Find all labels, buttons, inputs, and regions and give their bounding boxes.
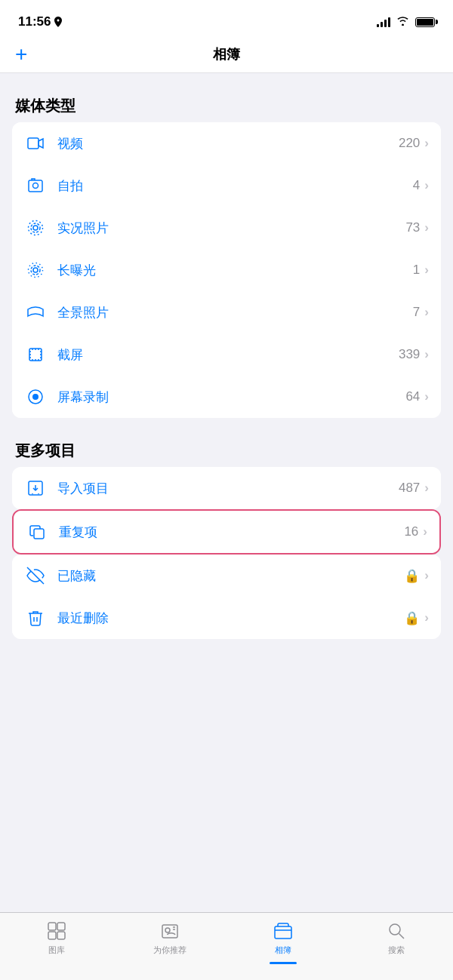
duplicate-count: 16 [404, 524, 418, 539]
video-count: 220 [399, 136, 420, 151]
list-item-screenshot[interactable]: 截屏 339 › [12, 333, 441, 376]
svg-point-4 [33, 226, 38, 230]
screenshot-chevron: › [424, 347, 429, 362]
svg-rect-17 [57, 923, 65, 930]
list-item-duplicate[interactable]: 重复项 16 › [14, 511, 439, 553]
svg-rect-14 [34, 529, 44, 539]
import-icon [24, 477, 47, 499]
svg-point-7 [33, 268, 38, 272]
albums-tab-icon [273, 920, 294, 942]
import-chevron: › [424, 481, 429, 496]
duplicate-label: 重复项 [59, 524, 404, 541]
more-section-list-after: 已隐藏 🔒 › 最近删除 🔒 › [12, 555, 441, 639]
tab-bar: 图库 为你推荐 相簿 [0, 912, 453, 980]
content: 媒体类型 视频 220 › [0, 96, 453, 714]
screenrecord-count: 64 [405, 389, 420, 404]
foryou-tab-label: 为你推荐 [153, 945, 186, 956]
media-section-list: 视频 220 › 自拍 4 › [12, 122, 441, 418]
tab-albums[interactable]: 相簿 [226, 920, 340, 964]
screenshot-icon [24, 343, 47, 366]
recentlydeleted-chevron: › [424, 610, 429, 625]
panorama-icon [24, 301, 47, 324]
list-item-hidden[interactable]: 已隐藏 🔒 › [12, 555, 441, 597]
live-icon [24, 217, 47, 239]
wifi-svg [396, 16, 409, 26]
import-count: 487 [399, 481, 420, 496]
recentlydeleted-label: 最近删除 [57, 610, 404, 627]
screenshot-count: 339 [399, 347, 420, 362]
svg-line-24 [399, 934, 405, 939]
panorama-chevron: › [424, 305, 429, 320]
svg-marker-1 [39, 139, 43, 148]
trash-icon [24, 607, 47, 629]
svg-point-3 [33, 183, 39, 189]
list-item-screenrecord[interactable]: 屏幕录制 64 › [12, 376, 441, 418]
screenrecord-chevron: › [424, 389, 429, 404]
selfie-count: 4 [413, 178, 420, 193]
list-item-live[interactable]: 实况照片 73 › [12, 207, 441, 249]
albums-active-bar [270, 962, 297, 964]
screenshot-label: 截屏 [57, 346, 399, 364]
svg-rect-2 [29, 180, 42, 192]
video-icon [24, 132, 47, 155]
longexposure-count: 1 [413, 263, 420, 278]
screenrecord-label: 屏幕录制 [57, 389, 405, 406]
wifi-icon [396, 16, 409, 28]
add-button[interactable]: + [15, 44, 27, 65]
svg-rect-18 [48, 932, 56, 939]
nav-title: 相簿 [213, 45, 240, 63]
selfie-chevron: › [424, 178, 429, 193]
panorama-label: 全景照片 [57, 304, 413, 321]
svg-rect-22 [275, 926, 291, 939]
media-section: 媒体类型 视频 220 › [0, 96, 453, 418]
svg-rect-16 [48, 923, 56, 930]
foryou-tab-icon [159, 920, 180, 942]
selfie-icon [24, 174, 47, 197]
list-item-video[interactable]: 视频 220 › [12, 122, 441, 164]
longexposure-label: 长曝光 [57, 262, 413, 279]
selfie-label: 自拍 [57, 177, 413, 195]
search-tab-label: 搜索 [388, 945, 405, 956]
duplicate-chevron: › [423, 524, 427, 539]
hidden-icon [24, 564, 47, 587]
screenrecord-icon [24, 386, 47, 408]
duplicate-icon [26, 521, 48, 543]
video-label: 视频 [57, 135, 399, 152]
status-time: 11:56 [18, 14, 63, 29]
hidden-lock: 🔒 [404, 568, 420, 584]
video-chevron: › [424, 136, 429, 151]
svg-point-12 [32, 394, 39, 400]
recentlydeleted-lock: 🔒 [404, 610, 420, 626]
search-tab-icon [386, 920, 407, 942]
albums-tab-label: 相簿 [275, 945, 291, 956]
live-count: 73 [405, 220, 420, 235]
list-item-recentlydeleted[interactable]: 最近删除 🔒 › [12, 597, 441, 639]
svg-point-5 [31, 223, 40, 232]
library-tab-icon [46, 920, 67, 942]
tab-search[interactable]: 搜索 [340, 920, 453, 956]
import-label: 导入项目 [57, 480, 399, 497]
svg-point-8 [31, 266, 40, 275]
hidden-chevron: › [424, 568, 429, 583]
svg-rect-10 [29, 349, 42, 361]
tab-library[interactable]: 图库 [0, 920, 113, 956]
list-item-import[interactable]: 导入项目 487 › [12, 467, 441, 509]
svg-rect-0 [28, 138, 39, 149]
live-chevron: › [424, 220, 429, 235]
library-tab-label: 图库 [48, 945, 65, 956]
media-section-header: 媒体类型 [0, 96, 453, 122]
tab-foryou[interactable]: 为你推荐 [113, 920, 226, 956]
longexposure-chevron: › [424, 263, 429, 278]
list-item-longexposure[interactable]: 长曝光 1 › [12, 249, 441, 291]
list-item-selfie[interactable]: 自拍 4 › [12, 164, 441, 207]
longexposure-icon [24, 259, 47, 281]
status-icons [377, 16, 435, 28]
nav-bar: + 相簿 [0, 38, 453, 73]
svg-point-23 [390, 924, 400, 935]
list-item-panorama[interactable]: 全景照片 7 › [12, 291, 441, 333]
more-section-header: 更多项目 [0, 441, 453, 467]
more-section: 更多项目 导入项目 487 › [0, 441, 453, 639]
highlighted-wrapper: 重复项 16 › [12, 509, 441, 555]
hidden-label: 已隐藏 [57, 567, 404, 585]
status-bar: 11:56 [0, 0, 453, 38]
